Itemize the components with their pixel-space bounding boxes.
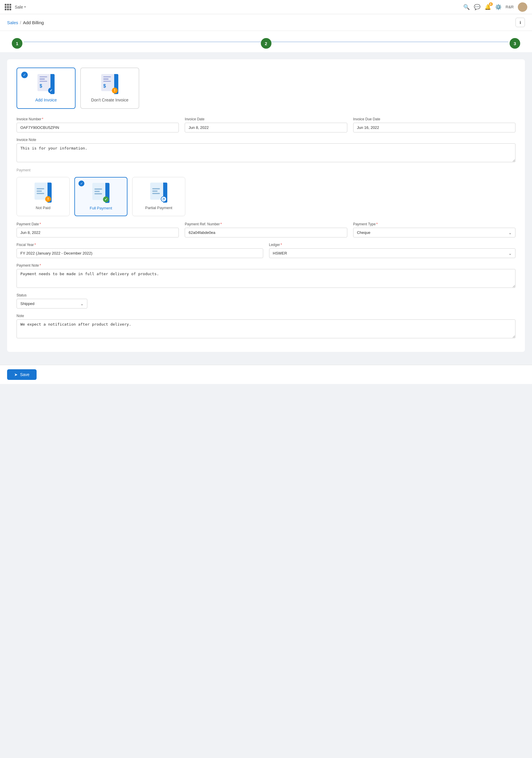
payment-type-select[interactable]: Cheque Cash Bank Transfer Credit Card <box>353 228 515 237</box>
invoice-number-label: Invoice Number* <box>17 117 179 121</box>
notification-bell[interactable]: 🔔 8 <box>484 4 491 10</box>
apps-grid-icon[interactable] <box>5 4 11 10</box>
full-pay-line-1 <box>94 189 102 190</box>
doc-line-3 <box>40 81 47 82</box>
add-invoice-option[interactable]: ✓ $ ✓ Add Invoice <box>17 68 76 109</box>
no-invoice-badge: ! <box>112 87 118 93</box>
full-payment-icon: ✓ <box>92 183 109 203</box>
nav-left: Sale ▾ <box>5 4 26 10</box>
app-dropdown-icon[interactable]: ▾ <box>24 5 26 9</box>
payment-ref-label: Payment Ref. Number* <box>185 222 347 226</box>
step-3[interactable]: 3 <box>510 38 520 49</box>
no-invoice-label: Don't Create Invoice <box>91 98 128 102</box>
full-pay-line-3 <box>94 193 102 194</box>
breadcrumb-current: Add Billing <box>23 20 44 25</box>
invoice-note-row: Invoice Note This is for your informatio… <box>17 138 515 162</box>
payment-section-label: Payment <box>17 168 515 172</box>
invoice-date-group: Invoice Date <box>185 117 347 132</box>
bottom-bar: ➤ Save <box>0 365 532 384</box>
doc-line-5 <box>103 79 109 79</box>
main-content: ✓ $ ✓ Add Invoice <box>0 52 532 365</box>
nav-right: 🔍 💬 🔔 8 ⚙️ R&R <box>463 2 527 12</box>
payment-fields-row-1: Payment Date* Payment Ref. Number* Payme… <box>17 222 515 237</box>
fiscal-year-label: Fiscal Year* <box>17 243 263 247</box>
breadcrumb: Sales / Add Billing <box>7 20 44 25</box>
status-section: Status Shipped Pending Delivered Cancell… <box>17 293 515 338</box>
step-1[interactable]: 1 <box>12 38 22 49</box>
invoice-due-date-group: Invoice Due Date <box>353 117 515 132</box>
not-paid-line-1 <box>37 188 44 190</box>
invoice-note-label: Invoice Note <box>17 138 515 142</box>
user-initials[interactable]: R&R <box>506 5 514 9</box>
payment-options: ! Not Paid ✓ ✓ Full Payment <box>17 177 515 216</box>
avatar[interactable] <box>518 2 527 12</box>
settings-icon[interactable]: ⚙️ <box>495 4 502 10</box>
breadcrumb-separator: / <box>20 20 21 25</box>
invoice-date-label: Invoice Date <box>185 117 347 121</box>
not-paid-option[interactable]: ! Not Paid <box>17 177 70 216</box>
save-icon: ➤ <box>14 372 18 377</box>
full-pay-line-2 <box>94 191 100 192</box>
invoice-note-input[interactable]: This is for your information. <box>17 143 515 162</box>
payment-ref-group: Payment Ref. Number* <box>185 222 347 237</box>
ledger-select[interactable]: HSWER Other <box>269 248 516 258</box>
not-paid-icon: ! <box>35 183 52 203</box>
payment-date-input[interactable] <box>17 228 179 237</box>
not-paid-label: Not Paid <box>36 206 51 210</box>
partial-line-1 <box>152 188 160 190</box>
not-paid-badge: ! <box>45 196 51 202</box>
app-name[interactable]: Sale ▾ <box>15 5 26 10</box>
payment-ref-input[interactable] <box>185 228 347 237</box>
status-select-wrapper: Shipped Pending Delivered Cancelled <box>17 299 87 308</box>
info-icon: ℹ <box>519 20 521 25</box>
full-payment-check: ✓ <box>79 181 85 187</box>
invoice-date-input[interactable] <box>185 123 347 132</box>
add-invoice-check: ✓ <box>21 72 28 78</box>
note-row: Note We expect a notification after prod… <box>17 314 515 338</box>
status-select[interactable]: Shipped Pending Delivered Cancelled <box>17 299 87 308</box>
payment-note-row: Payment Note* Payment needs to be made i… <box>17 263 515 288</box>
save-button[interactable]: ➤ Save <box>7 369 37 380</box>
doc-line-1 <box>40 76 47 77</box>
invoice-number-input[interactable] <box>17 123 179 132</box>
payment-note-label: Payment Note* <box>17 263 515 267</box>
partial-payment-icon: ⏱ <box>150 183 167 203</box>
payment-note-input[interactable]: Payment needs to be made in full after d… <box>17 269 515 288</box>
full-payment-badge: ✓ <box>103 196 109 202</box>
payment-date-label: Payment Date* <box>17 222 179 226</box>
doc-line-4 <box>103 76 111 77</box>
fiscal-year-input[interactable] <box>17 248 263 258</box>
breadcrumb-bar: Sales / Add Billing ℹ <box>0 14 532 31</box>
not-paid-line-3 <box>37 193 44 194</box>
partial-payment-option[interactable]: ⏱ Partial Payment <box>132 177 185 216</box>
info-button[interactable]: ℹ <box>515 18 525 27</box>
note-input[interactable]: We expect a notification after product d… <box>17 320 515 338</box>
not-paid-line-2 <box>37 190 42 192</box>
search-icon[interactable]: 🔍 <box>463 4 470 10</box>
full-payment-option[interactable]: ✓ ✓ Full Payment <box>74 177 127 216</box>
status-label: Status <box>17 293 87 297</box>
payment-type-label: Payment Type* <box>353 222 515 226</box>
status-group: Status Shipped Pending Delivered Cancell… <box>17 293 87 308</box>
fiscal-year-group: Fiscal Year* <box>17 243 263 258</box>
invoice-number-row: Invoice Number* Invoice Date Invoice Due… <box>17 117 515 132</box>
invoice-number-group: Invoice Number* <box>17 117 179 132</box>
stepper: 1 2 3 <box>0 31 532 52</box>
add-invoice-badge: ✓ <box>48 87 54 93</box>
payment-type-select-wrapper: Cheque Cash Bank Transfer Credit Card <box>353 228 515 237</box>
invoice-due-date-input[interactable] <box>353 123 515 132</box>
payment-fields-row-2: Fiscal Year* Ledger* HSWER Other <box>17 243 515 258</box>
ledger-select-wrapper: HSWER Other <box>269 248 516 258</box>
ledger-group: Ledger* HSWER Other <box>269 243 516 258</box>
breadcrumb-parent[interactable]: Sales <box>7 20 18 25</box>
doc-line-2 <box>40 79 45 79</box>
no-invoice-icon: $ ! <box>101 74 118 94</box>
invoice-options: ✓ $ ✓ Add Invoice <box>17 68 515 109</box>
chat-icon[interactable]: 💬 <box>474 4 480 10</box>
no-invoice-option[interactable]: $ ! Don't Create Invoice <box>80 68 139 109</box>
partial-payment-label: Partial Payment <box>145 206 172 210</box>
notification-count: 8 <box>489 2 493 6</box>
payment-section-divider: Payment <box>17 168 515 172</box>
partial-payment-badge: ⏱ <box>161 196 167 202</box>
step-2[interactable]: 2 <box>261 38 271 49</box>
